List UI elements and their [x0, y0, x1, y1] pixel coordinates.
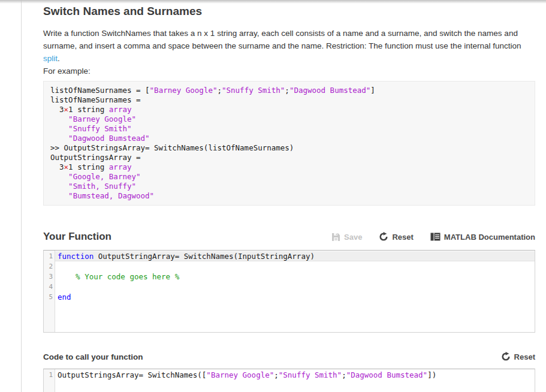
editor-code-area[interactable]: OutputStringsArray= SwitchNames(["Barney…	[55, 369, 535, 392]
function-editor[interactable]: 12345 function OutputStringArray= Switch…	[43, 250, 535, 333]
code-line: OutputStringsArray= SwitchNames(["Barney…	[55, 370, 535, 380]
problem-panel: Switch Names and Surnames Write a functi…	[22, 0, 546, 392]
call-code-reset-button[interactable]: Reset	[501, 352, 535, 361]
code-line: listOfNameSurnames =	[50, 95, 528, 105]
code-line: "Snuffy Smith"	[50, 124, 528, 134]
code-line: OutputStringsArray =	[50, 153, 528, 162]
reset-icon	[501, 352, 511, 361]
code-line: "Barney Google"	[50, 114, 528, 124]
line-number: 1	[44, 251, 53, 261]
save-icon	[331, 233, 340, 242]
code-line	[55, 261, 535, 272]
call-code-editor[interactable]: 1 OutputStringsArray= SwitchNames(["Barn…	[43, 369, 535, 392]
code-line: "Dagwood Bumstead"	[50, 134, 528, 143]
code-line: 3×1 string array	[50, 162, 528, 172]
editor-code-area[interactable]: function OutputStringArray= SwitchNames(…	[55, 251, 535, 332]
left-rail	[0, 0, 22, 392]
book-icon	[430, 233, 441, 241]
code-line: listOfNameSurnames = ["Barney Google";"S…	[50, 86, 528, 95]
call-code-reset-label: Reset	[514, 352, 535, 361]
code-line: "Bumstead, Dagwood"	[50, 191, 528, 201]
save-button[interactable]: Save	[331, 233, 362, 242]
your-function-heading: Your Function	[43, 231, 111, 243]
line-number: 4	[44, 282, 53, 292]
code-line	[55, 282, 535, 292]
line-number: 2	[44, 261, 53, 272]
page-title: Switch Names and Surnames	[43, 4, 535, 19]
description-for-example: For example:	[43, 67, 91, 76]
call-code-heading: Code to call your function	[43, 352, 143, 361]
example-output-block: listOfNameSurnames = ["Barney Google";"S…	[43, 81, 535, 206]
code-line: "Smith, Snuffy"	[50, 182, 528, 191]
save-button-label: Save	[344, 233, 362, 242]
your-function-header-row: Your Function Save	[43, 231, 535, 243]
code-line: end	[55, 292, 535, 302]
editor-gutter: 1	[44, 369, 55, 392]
split-doc-link[interactable]: split	[43, 54, 58, 63]
reset-button-label: Reset	[392, 233, 413, 242]
description-text-after: .	[58, 54, 60, 63]
editor-toolbar: Save Reset	[331, 232, 535, 242]
line-number: 1	[44, 370, 53, 380]
matlab-documentation-label: MATLAB Documentation	[444, 233, 535, 242]
code-line: function OutputStringArray= SwitchNames(…	[55, 251, 535, 261]
line-number: 5	[44, 292, 53, 302]
code-line: 3×1 string array	[50, 105, 528, 114]
description-text: Write a function SwitchNames that takes …	[43, 29, 521, 50]
code-line: % Your code goes here %	[55, 272, 535, 282]
reset-icon	[379, 232, 388, 242]
line-number: 3	[44, 272, 53, 282]
matlab-documentation-button[interactable]: MATLAB Documentation	[430, 233, 535, 242]
call-code-header-row: Code to call your function Reset	[43, 352, 535, 361]
code-line: >> OutputStringsArray= SwitchNames(listO…	[50, 143, 528, 153]
problem-description: Write a function SwitchNames that takes …	[43, 27, 535, 77]
code-line: "Google, Barney"	[50, 172, 528, 182]
editor-gutter: 12345	[44, 251, 55, 332]
reset-button[interactable]: Reset	[379, 232, 413, 242]
